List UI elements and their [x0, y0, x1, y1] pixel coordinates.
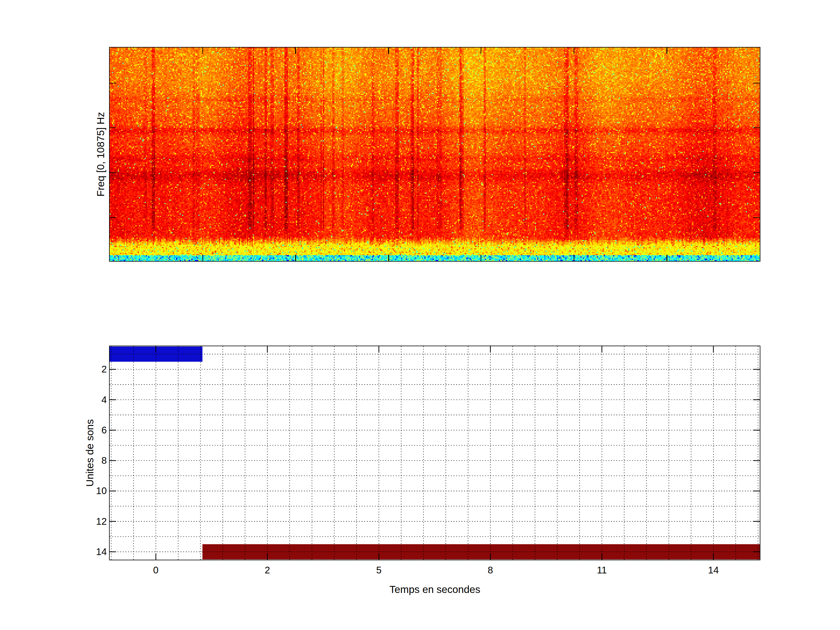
x-tick-label: 5 [355, 564, 402, 576]
figure-canvas: Freq [0, 10875] Hz Unites de sons Temps … [0, 0, 840, 630]
y-tick-label: 8 [66, 455, 107, 466]
spec-x-tick-top [574, 47, 575, 54]
bar-plot-svg [110, 346, 760, 560]
y-tick-label: 4 [66, 394, 107, 406]
spec-x-tick-top [481, 47, 482, 54]
spectrogram-image [110, 47, 760, 261]
spec-x-tick-top [666, 47, 667, 54]
spec-x-tick-bottom [202, 255, 203, 261]
bar-axes [109, 346, 760, 560]
x-tick-label: 0 [133, 564, 179, 576]
spec-x-tick-bottom [295, 255, 296, 261]
spec-y-tick-right [753, 83, 760, 84]
y-tick-label: 2 [66, 363, 107, 375]
spec-y-tick-left [110, 83, 116, 84]
spec-x-tick-bottom [666, 255, 667, 261]
spec-y-tick-right [753, 172, 760, 173]
y-tick-label: 12 [66, 516, 107, 527]
x-tick-label: 11 [579, 564, 625, 576]
freq-axis-label: Freq [0, 10875] Hz [95, 112, 106, 197]
spec-x-tick-top [202, 47, 203, 54]
time-axis-label: Temps en secondes [389, 584, 480, 595]
x-tick-label: 8 [467, 564, 514, 576]
x-tick-label: 14 [690, 564, 737, 576]
spec-x-tick-bottom [574, 255, 575, 261]
spec-x-tick-bottom [481, 255, 482, 261]
x-tick-label: 2 [244, 564, 291, 576]
y-tick-label: 10 [66, 485, 107, 497]
spec-x-tick-top [388, 47, 389, 54]
spec-x-tick-top [295, 47, 296, 54]
spec-y-tick-right [753, 128, 760, 128]
spec-x-tick-bottom [388, 255, 389, 261]
spec-y-tick-left [110, 172, 116, 173]
spec-y-tick-right [753, 217, 760, 218]
spec-y-tick-left [110, 217, 116, 218]
spec-y-tick-left [110, 128, 116, 128]
y-tick-label: 6 [66, 425, 107, 436]
y-tick-label: 14 [66, 546, 107, 558]
spectrogram-axes [109, 47, 760, 262]
